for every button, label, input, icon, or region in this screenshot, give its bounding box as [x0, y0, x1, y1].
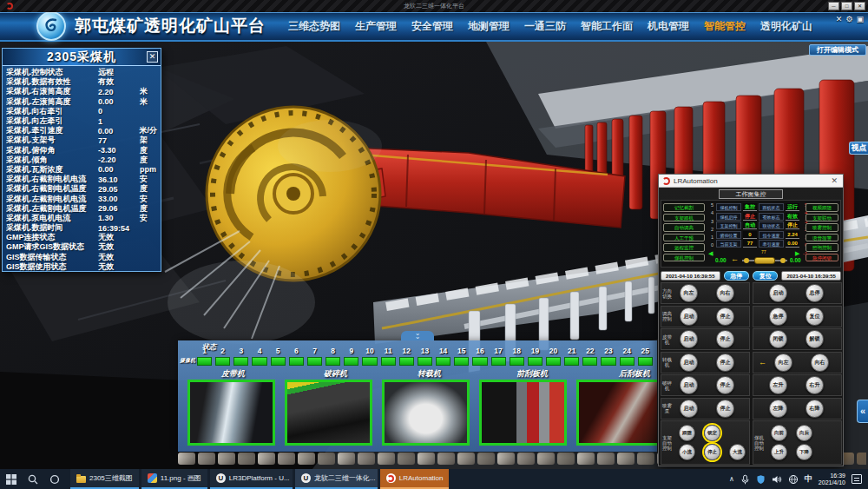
lr-right-button-照明控制[interactable]: 照明控制 — [806, 243, 838, 252]
lr-button-皮带机-启动[interactable]: 启动 — [680, 330, 698, 348]
camera-status-square-25[interactable] — [638, 357, 653, 366]
filmstrip-thumb[interactable] — [617, 453, 635, 465]
lr-right-button-视频跟随[interactable]: 视频跟随 — [806, 203, 838, 212]
lr-right-button-语音报警[interactable]: 语音报警 — [806, 234, 838, 242]
lr-button-方向切换-向左[interactable]: 向左 — [680, 284, 698, 302]
shearer-slider-handle[interactable] — [754, 257, 775, 264]
workface-control-tab[interactable]: 工作面集控 — [719, 189, 783, 199]
filmstrip-thumb[interactable] — [318, 453, 335, 465]
settings-gear-icon[interactable]: ⚙ — [845, 15, 852, 23]
filmstrip-thumb[interactable] — [437, 453, 455, 465]
camera-thumbnail-转载机[interactable] — [382, 380, 470, 446]
camera-status-square-4[interactable] — [252, 357, 266, 366]
lr-button-向前[interactable]: 向前 — [771, 425, 787, 441]
camera-status-square-13[interactable] — [418, 357, 432, 366]
lr-button-上升[interactable]: 上升 — [771, 444, 787, 460]
filmstrip-thumb[interactable] — [457, 453, 475, 465]
lr-left-button-远程监控[interactable]: 远程监控 — [663, 243, 705, 252]
lr-button-左降[interactable]: 左降 — [769, 400, 787, 418]
ime-indicator[interactable]: 中 — [805, 473, 812, 485]
emergency-stop-button[interactable]: 急停 — [724, 271, 749, 281]
nav-item-地测管理[interactable]: 地测管理 — [468, 19, 510, 34]
nav-item-智能工作面[interactable]: 智能工作面 — [581, 19, 633, 34]
lr-left-button-自动调高[interactable]: 自动调高 — [663, 223, 705, 232]
lr-button-左升[interactable]: 左升 — [769, 376, 787, 394]
camera-thumbnail-后刮板机[interactable] — [576, 380, 657, 446]
camera-status-square-3[interactable] — [233, 357, 248, 366]
lr-button-转载机-停止[interactable]: 停止 — [716, 354, 734, 372]
taskbar-tab-龙软二三维一体化...[interactable]: 龙软二三维一体化... — [295, 469, 378, 489]
taskbar-tab-11.png - 画图[interactable]: 11.png - 画图 — [141, 469, 207, 489]
close-icon[interactable]: ✕ — [147, 51, 158, 63]
lr-button-锁定[interactable]: 锁定 — [704, 425, 720, 441]
filmstrip-thumb[interactable] — [358, 453, 375, 465]
lr-button-向左[interactable]: 向左 — [774, 354, 792, 372]
nav-item-三维态势图[interactable]: 三维态势图 — [288, 19, 340, 34]
lr-button-启动[interactable]: 启动 — [769, 284, 787, 302]
lr-button-大流[interactable]: 大流 — [729, 444, 746, 460]
lr-button-小流[interactable]: 小流 — [679, 444, 695, 460]
camera-thumbnail-前刮板机[interactable] — [479, 380, 567, 446]
lr-button-下降[interactable]: 下降 — [796, 444, 812, 460]
taskbar-tab-LRAutomation[interactable]: LRAutomation — [380, 469, 450, 489]
camera-status-square-10[interactable] — [362, 357, 377, 366]
notification-center-icon[interactable] — [852, 474, 862, 484]
collapse-panel-tab[interactable]: « — [857, 400, 868, 423]
camera-status-square-17[interactable] — [491, 357, 506, 366]
lr-button-向右[interactable]: 向右 — [811, 354, 829, 372]
camera-status-square-23[interactable] — [601, 357, 615, 366]
filmstrip-thumb[interactable] — [178, 453, 195, 465]
filmstrip-thumb[interactable] — [278, 453, 295, 465]
camera-status-square-22[interactable] — [582, 357, 597, 366]
lr-right-button-急停闭锁[interactable]: 急停闭锁 — [806, 254, 838, 262]
lr-button-皮带机-停止[interactable]: 停止 — [716, 330, 734, 348]
filmstrip-thumb[interactable] — [637, 453, 654, 465]
filmstrip-thumb[interactable] — [497, 453, 515, 465]
filmstrip-thumb[interactable] — [398, 453, 415, 465]
camera-status-square-16[interactable] — [472, 357, 487, 366]
reset-button[interactable]: 复位 — [753, 271, 778, 281]
camera-status-square-18[interactable] — [510, 357, 524, 366]
lr-button-向后[interactable]: 向后 — [796, 425, 812, 441]
speaker-icon[interactable] — [772, 474, 782, 485]
lr-button-跟随[interactable]: 跟随 — [679, 425, 695, 441]
camera-status-square-21[interactable] — [564, 357, 579, 366]
lr-button-调高控制-停止[interactable]: 停止 — [716, 307, 734, 326]
filmstrip-thumb[interactable] — [238, 453, 255, 465]
taskbar-clock[interactable]: 16:39 2021/4/10 — [819, 472, 845, 486]
nav-item-一通三防[interactable]: 一通三防 — [524, 19, 566, 34]
open-edit-mode-button[interactable]: 打开编辑模式 — [809, 44, 866, 56]
filmstrip-thumb[interactable] — [597, 453, 615, 465]
filmstrip-thumb[interactable] — [418, 453, 435, 465]
close-icon[interactable]: ✕ — [831, 176, 838, 185]
filmstrip-thumb[interactable] — [557, 453, 575, 465]
camera-status-square-12[interactable] — [399, 357, 414, 366]
lr-button-停止[interactable]: 停止 — [704, 444, 720, 460]
lr-button-右降[interactable]: 右降 — [806, 400, 824, 418]
lr-button-复位[interactable]: 复位 — [806, 307, 824, 326]
taskbar-tab-2305三维截图[interactable]: 2305三维截图 — [70, 469, 139, 489]
filmstrip-thumb[interactable] — [537, 453, 555, 465]
lr-left-button-人工干预[interactable]: 人工干预 — [663, 234, 705, 242]
lr-button-调高控制-启动[interactable]: 启动 — [680, 307, 698, 326]
shearer-position-slider[interactable]: 77 — [742, 254, 787, 265]
lr-button-解锁[interactable]: 解锁 — [806, 330, 824, 348]
filmstrip-thumb[interactable] — [378, 453, 395, 465]
filmstrip-thumb[interactable] — [258, 453, 275, 465]
camera-thumbnail-皮带机[interactable] — [187, 380, 275, 446]
tools-icon[interactable]: ✕ — [836, 15, 843, 23]
lr-button-方向切换-向右[interactable]: 向右 — [716, 284, 734, 302]
filmstrip-thumb[interactable] — [298, 453, 315, 465]
lr-button-喷雾泵-停止[interactable]: 停止 — [716, 400, 734, 418]
filmstrip-thumb[interactable] — [198, 453, 215, 465]
filmstrip-thumb[interactable] — [517, 453, 535, 465]
camera-status-square-15[interactable] — [454, 357, 469, 366]
filmstrip-thumb[interactable] — [218, 453, 235, 465]
cortana-icon[interactable] — [43, 469, 65, 489]
microphone-icon[interactable] — [740, 474, 750, 485]
camera-status-square-7[interactable] — [307, 357, 322, 366]
filmstrip-thumb[interactable] — [477, 453, 495, 465]
minimize-button[interactable]: ─ — [828, 2, 839, 10]
lr-left-button-记忆截割[interactable]: 记忆截割 — [663, 203, 705, 212]
lr-button-转载机-启动[interactable]: 启动 — [680, 354, 698, 372]
